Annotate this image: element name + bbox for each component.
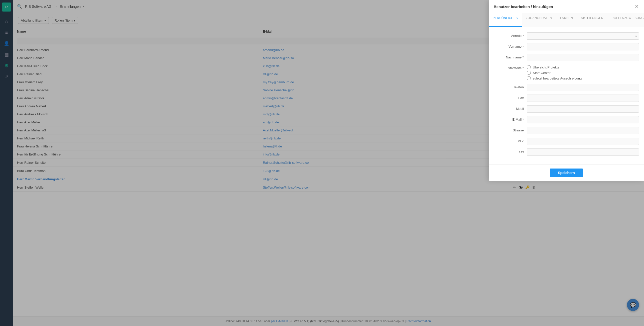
telefon-row: Telefon	[494, 84, 639, 91]
startseite-startcenter-label: Start-Center	[533, 71, 551, 75]
plz-row: PLZ	[494, 138, 639, 145]
telefon-input[interactable]	[527, 84, 639, 91]
email-input[interactable]	[527, 116, 639, 123]
ort-label: Ort	[494, 148, 524, 154]
modal-overlay: Benutzer bearbeiten / hinzufügen ✕ PERSÖ…	[0, 0, 644, 326]
strasse-label: Strasse	[494, 127, 524, 132]
modal-header: Benutzer bearbeiten / hinzufügen ✕	[489, 0, 644, 13]
anrede-label: Anrede *	[494, 32, 524, 38]
fax-field	[527, 95, 639, 102]
nachname-label: Nachname *	[494, 54, 524, 59]
save-button[interactable]: Speichern	[550, 169, 583, 177]
fax-label: Fax	[494, 95, 524, 100]
nachname-field	[527, 54, 639, 61]
vorname-label: Vorname *	[494, 43, 524, 48]
nachname-row: Nachname *	[494, 54, 639, 61]
startseite-zuletzt-label: zuletzt bearbeitete Ausschreibung	[533, 76, 582, 80]
mobil-field	[527, 105, 639, 113]
fax-row: Fax	[494, 95, 639, 102]
plz-input[interactable]	[527, 138, 639, 145]
plz-label: PLZ	[494, 138, 524, 143]
mobil-row: Mobil	[494, 105, 639, 113]
modal-body: Anrede * Herr Frau ▾ Vorname *	[489, 27, 644, 164]
modal: Benutzer bearbeiten / hinzufügen ✕ PERSÖ…	[489, 0, 644, 181]
fax-input[interactable]	[527, 95, 639, 102]
tab-rollenzuweisung[interactable]: ROLLENZUWEISUNG	[607, 13, 644, 27]
nachname-input[interactable]	[527, 54, 639, 61]
startseite-row: Startseite * Übersicht Projekte Start-Ce…	[494, 65, 639, 80]
modal-title: Benutzer bearbeiten / hinzufügen	[494, 5, 553, 9]
modal-footer: Speichern	[489, 164, 644, 181]
tab-farben[interactable]: FARBEN	[556, 13, 577, 27]
anrede-field: Herr Frau ▾	[527, 32, 639, 40]
strasse-field	[527, 127, 639, 134]
startseite-startcenter-radio[interactable]	[527, 71, 531, 75]
plz-field	[527, 138, 639, 145]
ort-input[interactable]	[527, 148, 639, 156]
email-label: E-Mail *	[494, 116, 524, 121]
tab-zugangsdaten[interactable]: ZUGANGSDATEN	[522, 13, 556, 27]
ort-field	[527, 148, 639, 156]
vorname-row: Vorname *	[494, 43, 639, 50]
ort-row: Ort	[494, 148, 639, 156]
mobil-input[interactable]	[527, 105, 639, 113]
anrede-row: Anrede * Herr Frau ▾	[494, 32, 639, 40]
mobil-label: Mobil	[494, 105, 524, 111]
email-row: E-Mail *	[494, 116, 639, 123]
startseite-uebersicht-radio[interactable]	[527, 65, 531, 69]
startseite-field: Übersicht Projekte Start-Center zuletzt …	[527, 65, 639, 80]
startseite-radio-group: Übersicht Projekte Start-Center zuletzt …	[527, 65, 639, 80]
startseite-startcenter[interactable]: Start-Center	[527, 71, 639, 75]
startseite-uebersicht-label: Übersicht Projekte	[533, 65, 559, 69]
tab-abteilungen[interactable]: ABTEILUNGEN	[577, 13, 607, 27]
vorname-input[interactable]	[527, 43, 639, 50]
tab-persoenliches[interactable]: PERSÖNLICHES	[489, 13, 522, 27]
startseite-zuletzt-radio[interactable]	[527, 76, 531, 80]
startseite-zuletzt[interactable]: zuletzt bearbeitete Ausschreibung	[527, 76, 639, 80]
telefon-label: Telefon	[494, 84, 524, 89]
strasse-row: Strasse	[494, 127, 639, 134]
email-field	[527, 116, 639, 123]
modal-tabs: PERSÖNLICHES ZUGANGSDATEN FARBEN ABTEILU…	[489, 13, 644, 27]
anrede-select[interactable]: Herr Frau	[527, 32, 639, 40]
startseite-uebersicht[interactable]: Übersicht Projekte	[527, 65, 639, 69]
startseite-label: Startseite *	[494, 65, 524, 70]
modal-close-button[interactable]: ✕	[635, 4, 639, 9]
strasse-input[interactable]	[527, 127, 639, 134]
vorname-field	[527, 43, 639, 50]
telefon-field	[527, 84, 639, 91]
